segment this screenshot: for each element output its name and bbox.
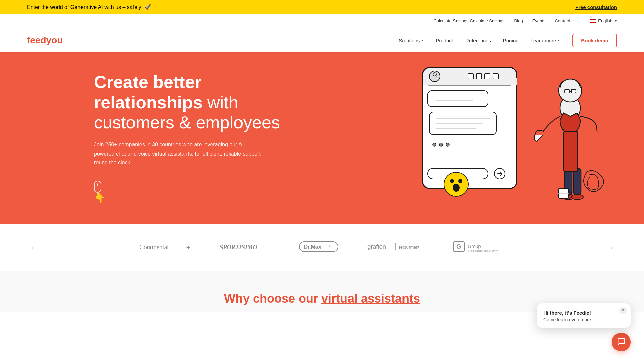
mouse-icon — [94, 181, 101, 193]
language-selector[interactable]: English — [590, 18, 617, 23]
chat-icon — [617, 337, 626, 346]
hero-illustration — [396, 52, 624, 224]
chat-widget-popup: × Hi there, it's Feedie! Come learn even… — [537, 303, 631, 328]
why-title-prefix: Why choose our — [224, 292, 321, 305]
svg-text:Continental: Continental — [139, 243, 169, 251]
carousel-next-button[interactable]: › — [605, 242, 617, 254]
svg-point-18 — [446, 143, 449, 146]
svg-text:+: + — [329, 244, 331, 248]
svg-point-36 — [458, 179, 462, 183]
scroll-indicator: 👇 — [94, 181, 302, 204]
nav-divider: | — [579, 18, 581, 24]
svg-text:Dr.Max: Dr.Max — [304, 244, 322, 250]
partner-logo-grafton: graftonrecruitment — [366, 240, 426, 255]
partner-logo-sportisimo: SPORTISIMO — [218, 240, 272, 255]
hero-title-bold: Create better relationships — [94, 72, 203, 112]
nav-calculate-savings[interactable]: Calculate SavingsCalculate Savings — [433, 18, 504, 23]
svg-rect-8 — [493, 74, 498, 79]
chat-widget: × Hi there, it's Feedie! Come learn even… — [612, 333, 631, 351]
chevron-learn-icon — [557, 40, 560, 41]
svg-point-29 — [571, 194, 583, 200]
partners-section: ‹ Continental✦ SPORTISIMO Dr.Max+ grafto… — [0, 224, 644, 272]
hero-section: Create better relationships with custome… — [0, 52, 644, 224]
free-consultation-link[interactable]: Free consultation — [575, 4, 617, 10]
svg-point-16 — [433, 143, 436, 146]
hero-description: Join 250+ companies in 30 countries who … — [94, 140, 262, 167]
svg-rect-30 — [564, 131, 578, 172]
mouse-wheel — [97, 183, 98, 186]
book-demo-button[interactable]: Book demo — [572, 34, 617, 47]
svg-rect-5 — [468, 74, 473, 79]
svg-rect-6 — [476, 74, 482, 79]
svg-text:G: G — [456, 243, 461, 250]
chevron-down-lang-icon — [614, 20, 617, 22]
nav-links: Solutions Product References Pricing Lea… — [399, 34, 617, 47]
chat-widget-title: Hi there, it's Feedie! — [543, 310, 624, 316]
nav-blog[interactable]: Blog — [514, 18, 523, 23]
hand-pointer-icon: 👇 — [94, 193, 106, 204]
svg-rect-12 — [429, 112, 496, 135]
svg-text:YOUR JOB. YOUR WAY.: YOUR JOB. YOUR WAY. — [468, 249, 498, 253]
svg-text:✦: ✦ — [186, 245, 190, 250]
svg-point-35 — [450, 179, 454, 183]
hero-content: Create better relationships with custome… — [94, 72, 302, 204]
partner-logo-g-group: GGroupYOUR JOB. YOUR WAY. — [453, 240, 506, 255]
partner-logo-continental: Continental✦ — [138, 240, 191, 255]
svg-text:SPORTISIMO: SPORTISIMO — [220, 244, 257, 251]
logo[interactable]: feedyou — [27, 35, 63, 46]
svg-point-4 — [433, 73, 436, 76]
carousel-prev-button[interactable]: ‹ — [27, 242, 39, 254]
partner-logo-drmax: Dr.Max+ — [299, 240, 339, 255]
svg-text:recruitment: recruitment — [399, 245, 419, 250]
svg-rect-27 — [574, 168, 581, 195]
hero-svg — [396, 54, 624, 222]
hero-title: Create better relationships with custome… — [94, 72, 302, 132]
why-title: Why choose our virtual assistants — [27, 292, 617, 306]
announcement-text: Enter the world of Generative AI with us… — [27, 4, 151, 10]
svg-rect-23 — [565, 89, 569, 93]
svg-point-37 — [453, 184, 460, 192]
announcement-bar: Enter the world of Generative AI with us… — [0, 0, 644, 14]
chat-widget-button[interactable] — [612, 333, 631, 351]
svg-rect-24 — [571, 89, 576, 93]
why-title-highlight: virtual assistants — [321, 292, 420, 305]
nav-events[interactable]: Events — [532, 18, 546, 23]
svg-text:Group: Group — [468, 243, 481, 249]
nav-product[interactable]: Product — [436, 38, 453, 43]
svg-rect-7 — [485, 74, 490, 79]
chat-widget-subtitle: Come learn even more — [543, 317, 624, 322]
nav-contact[interactable]: Contact — [555, 18, 570, 23]
main-nav: feedyou Solutions Product References Pri… — [0, 28, 644, 52]
nav-solutions[interactable]: Solutions — [399, 38, 424, 43]
nav-learn-more[interactable]: Learn more — [531, 38, 560, 43]
chat-widget-close-button[interactable]: × — [619, 307, 627, 314]
svg-point-17 — [439, 143, 443, 146]
chevron-solutions-icon — [421, 40, 424, 41]
nav-pricing[interactable]: Pricing — [503, 38, 519, 43]
language-label: English — [598, 18, 612, 23]
svg-rect-9 — [428, 90, 488, 107]
partners-carousel: Continental✦ SPORTISIMO Dr.Max+ graftonr… — [39, 240, 605, 255]
flag-icon — [590, 19, 596, 23]
svg-text:grafton: grafton — [367, 243, 386, 250]
nav-references[interactable]: References — [465, 38, 491, 43]
secondary-nav: Calculate SavingsCalculate Savings Blog … — [0, 14, 644, 28]
